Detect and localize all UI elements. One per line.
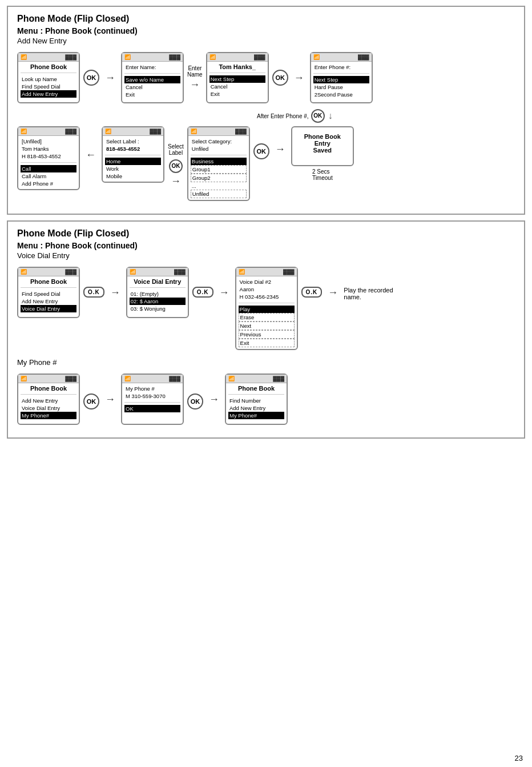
phone7-item2: Group1	[191, 165, 247, 174]
v-phone3-body: Voice Dial #2 Aaron H 032-456-2345 Play …	[236, 276, 297, 349]
mp-phone3-item1: Find Number	[228, 397, 284, 404]
v-phone3-item3: Next	[239, 322, 295, 330]
section2-sub-title: Voice Dial Entry	[17, 251, 515, 260]
v-phone2-header: 📶 ▓▓▓	[127, 268, 188, 276]
phone7-item5: Unfiled	[191, 190, 247, 198]
mp-phone3-item2: Add New Entry	[228, 404, 284, 412]
phone5-line3: H 818-453-4552	[21, 152, 76, 160]
play-label-col: Play the recordedname.	[344, 287, 393, 300]
phone3-body: Tom Hanks_ Next Step Cancel Exit	[207, 62, 268, 99]
mp-phone1-item3: My Phone#	[21, 412, 76, 419]
phone7-title: Select Category:	[191, 138, 247, 145]
phone5-battery: ▓▓▓	[65, 128, 76, 134]
phone5-item1: Call	[21, 165, 76, 172]
v-phone1-item3: Voice Dial Entry	[21, 305, 76, 312]
ok-btn-2[interactable]: OK	[272, 70, 288, 86]
phone6-subtitle: 818-453-4552	[105, 145, 161, 152]
phone1-item2: Find Speed Dial	[21, 83, 76, 90]
v-arrow1: →	[110, 287, 120, 299]
section2: Phone Mode (Flip Closed) Menu : Phone Bo…	[7, 220, 525, 439]
phone1: 📶 ▓▓▓ Phone Book Look up Name Find Speed…	[17, 52, 80, 103]
v-phone2-item3: 03: $ Wonjung	[130, 305, 186, 312]
phone7-item4: ...	[191, 182, 247, 190]
arrow-down-right: ↓	[328, 111, 333, 121]
v-phone3-item1: Play	[239, 306, 295, 313]
phone3-item1: Next Step	[209, 75, 265, 83]
v-phone3-item5: Exit	[239, 339, 295, 347]
page-number: 23	[515, 754, 523, 762]
row1: 📶 ▓▓▓ Phone Book Look up Name Find Speed…	[17, 52, 515, 103]
phone2-body: Enter Name: Save w/o Name Cancel Exit	[122, 62, 183, 100]
phone3-item2: Cancel	[209, 83, 265, 90]
arrow4: ←	[86, 149, 96, 161]
v-phone1: 📶 ▓▓▓ Phone Book Find Speed Dial Add New…	[17, 267, 80, 318]
phone7-signal: 📶	[191, 128, 197, 134]
mp-phone1-body: Phone Book Add New Entry Voice Dial Entr…	[18, 383, 79, 421]
phone8-line2: Entry	[295, 140, 350, 147]
phone3-signal: 📶	[209, 54, 216, 60]
phone8-line1: Phone Book	[295, 133, 350, 140]
ok-oval-3[interactable]: O.K	[301, 287, 323, 298]
phone8-line3: Saved	[295, 147, 350, 154]
v-phone2-item1: 01: (Empty)	[130, 290, 186, 298]
v-phone1-item2: Add New Entry	[21, 298, 76, 305]
mp-phone2-body: My Phone # M 310-559-3070 OK	[122, 383, 183, 414]
phone7-header: 📶 ▓▓▓	[188, 127, 249, 136]
mp-phone1: 📶 ▓▓▓ Phone Book Add New Entry Voice Dia…	[17, 374, 80, 425]
v-phone2-battery: ▓▓▓	[174, 269, 186, 275]
phone7: 📶 ▓▓▓ Select Category: Unfiled Business …	[187, 126, 250, 201]
ok-btn-4[interactable]: OK	[169, 159, 183, 173]
section1-sub-title: Add New Entry	[17, 37, 515, 45]
phone5-signal: 📶	[21, 128, 27, 134]
arrow3: →	[294, 72, 304, 84]
after-phone-label: After Enter Phone #,	[257, 113, 309, 119]
section2-menu-title: Menu : Phone Book (continued)	[17, 241, 515, 250]
phone1-item3: Add New Entry	[21, 90, 76, 98]
mp-arrow2: →	[209, 393, 219, 405]
phone2-item1: Save w/o Name	[124, 76, 180, 83]
enter-name-col: EnterName →	[187, 65, 203, 91]
phone3: 📶 ▓▓▓ Tom Hanks_ Next Step Cancel Exit	[206, 52, 269, 103]
phone4-header: 📶 ▓▓▓	[311, 53, 372, 62]
mp-phone1-item1: Add New Entry	[21, 397, 76, 404]
ok-btn-5[interactable]: OK	[253, 143, 269, 159]
phone3-header: 📶 ▓▓▓	[207, 53, 268, 62]
voice-row1: 📶 ▓▓▓ Phone Book Find Speed Dial Add New…	[17, 267, 515, 350]
phone5-header: 📶 ▓▓▓	[18, 127, 79, 136]
phone6-title: Select Label :	[105, 138, 161, 145]
phone8: Phone Book Entry Saved	[291, 126, 354, 166]
v-phone3: 📶 ▓▓▓ Voice Dial #2 Aaron H 032-456-2345…	[235, 267, 298, 350]
v-phone2: 📶 ▓▓▓ Voice Dial Entry 01: (Empty) 02: $…	[126, 267, 189, 318]
mp-phone2-number: M 310-559-3070	[124, 392, 180, 400]
ok-btn-mp1[interactable]: OK	[83, 393, 99, 409]
phone1-title: Phone Book	[21, 63, 76, 70]
v-phone3-header: 📶 ▓▓▓	[236, 268, 297, 276]
phone6-signal: 📶	[105, 128, 111, 134]
mp-arrow1: →	[105, 393, 115, 405]
section2-title: Phone Mode (Flip Closed)	[17, 228, 515, 239]
phone6-item2: Work	[105, 165, 161, 172]
arrow5: →	[171, 175, 181, 187]
mp-phone3-title: Phone Book	[228, 385, 284, 392]
ok-oval-2[interactable]: O.K	[192, 287, 213, 298]
timeout-label: 2 SecsTimeout	[312, 168, 333, 181]
mp-phone3-signal: 📶	[228, 376, 235, 382]
phone7-body: Select Category: Unfiled Business Group1…	[188, 136, 249, 200]
after-phone-row: After Enter Phone #, OK ↓	[257, 109, 515, 123]
phone2-item3: Exit	[124, 91, 180, 98]
ok-btn-mp2[interactable]: OK	[187, 393, 203, 409]
v-phone2-body: Voice Dial Entry 01: (Empty) 02: $ Aaron…	[127, 276, 188, 314]
mp-phone3-item3: My Phone#	[228, 412, 284, 419]
mp-phone2-header: 📶 ▓▓▓	[122, 375, 183, 383]
phone7-battery: ▓▓▓	[235, 128, 247, 134]
phone5-item2: Call Alarm	[21, 172, 76, 180]
mp-phone1-title: Phone Book	[21, 385, 76, 392]
v-phone1-item1: Find Speed Dial	[21, 290, 76, 298]
section1-title: Phone Mode (Flip Closed)	[17, 14, 515, 24]
ok-oval-1[interactable]: O.K	[83, 287, 104, 298]
arrow6: →	[275, 143, 285, 155]
v-arrow3: →	[328, 287, 338, 299]
ok-btn-1[interactable]: OK	[83, 70, 99, 86]
enter-name-label: EnterName	[187, 65, 203, 78]
ok-btn-3[interactable]: OK	[311, 109, 325, 123]
